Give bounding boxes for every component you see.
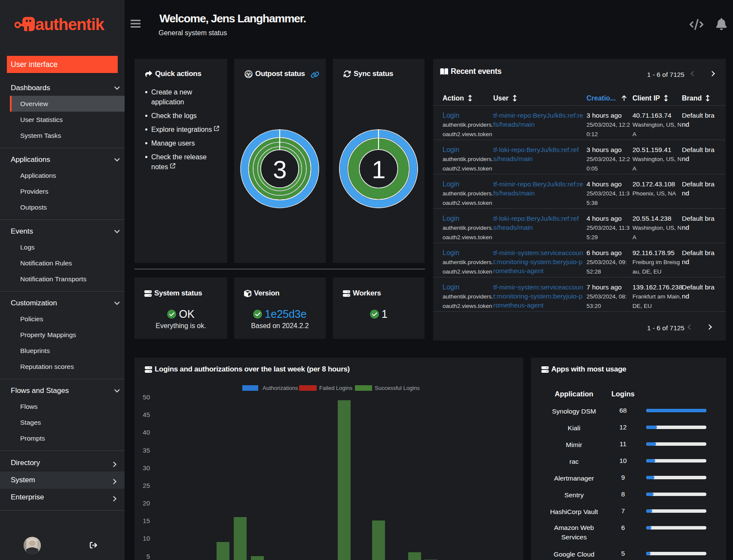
svg-text:authentik: authentik <box>35 15 105 33</box>
